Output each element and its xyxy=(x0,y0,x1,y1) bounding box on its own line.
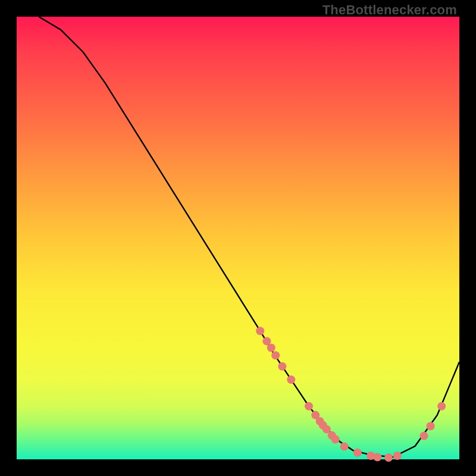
highlight-point xyxy=(305,402,313,411)
highlight-point xyxy=(256,327,264,335)
highlight-points-group xyxy=(256,327,446,462)
highlight-point xyxy=(373,453,381,461)
bottleneck-curve-line xyxy=(39,17,459,457)
highlight-point xyxy=(331,436,340,444)
highlight-point xyxy=(278,362,286,371)
highlight-point xyxy=(271,351,280,359)
highlight-point xyxy=(427,422,435,430)
highlight-point xyxy=(393,452,402,460)
highlight-point xyxy=(420,432,428,440)
highlight-point xyxy=(437,402,446,411)
highlight-point xyxy=(267,344,275,352)
attribution-label: TheBottlenecker.com xyxy=(322,2,457,18)
highlight-point xyxy=(340,442,349,450)
chart-svg xyxy=(17,17,459,459)
highlight-point xyxy=(353,449,362,457)
highlight-point xyxy=(287,375,295,384)
highlight-point xyxy=(384,453,393,462)
